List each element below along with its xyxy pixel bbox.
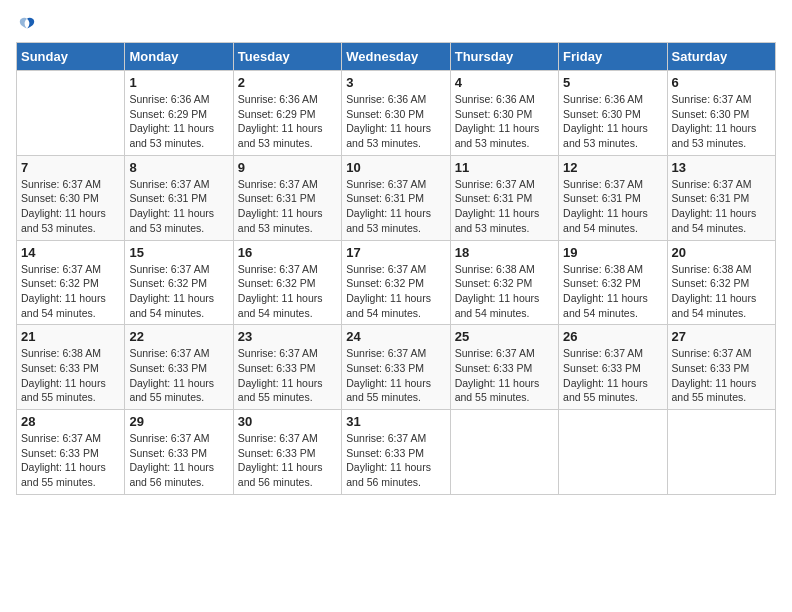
day-number: 31 — [346, 414, 445, 429]
calendar-cell: 1Sunrise: 6:36 AMSunset: 6:29 PMDaylight… — [125, 71, 233, 156]
day-detail: Sunrise: 6:37 AMSunset: 6:32 PMDaylight:… — [129, 262, 228, 321]
calendar-cell: 16Sunrise: 6:37 AMSunset: 6:32 PMDayligh… — [233, 240, 341, 325]
calendar-cell: 17Sunrise: 6:37 AMSunset: 6:32 PMDayligh… — [342, 240, 450, 325]
header-saturday: Saturday — [667, 43, 775, 71]
header-sunday: Sunday — [17, 43, 125, 71]
calendar-cell: 29Sunrise: 6:37 AMSunset: 6:33 PMDayligh… — [125, 410, 233, 495]
calendar-cell: 18Sunrise: 6:38 AMSunset: 6:32 PMDayligh… — [450, 240, 558, 325]
calendar-header-row: SundayMondayTuesdayWednesdayThursdayFrid… — [17, 43, 776, 71]
day-detail: Sunrise: 6:38 AMSunset: 6:32 PMDaylight:… — [563, 262, 662, 321]
day-detail: Sunrise: 6:36 AMSunset: 6:29 PMDaylight:… — [129, 92, 228, 151]
calendar-cell: 19Sunrise: 6:38 AMSunset: 6:32 PMDayligh… — [559, 240, 667, 325]
logo — [16, 16, 36, 30]
day-number: 27 — [672, 329, 771, 344]
day-number: 29 — [129, 414, 228, 429]
calendar-cell: 23Sunrise: 6:37 AMSunset: 6:33 PMDayligh… — [233, 325, 341, 410]
day-number: 30 — [238, 414, 337, 429]
day-detail: Sunrise: 6:37 AMSunset: 6:33 PMDaylight:… — [672, 346, 771, 405]
calendar-cell: 22Sunrise: 6:37 AMSunset: 6:33 PMDayligh… — [125, 325, 233, 410]
day-number: 13 — [672, 160, 771, 175]
day-number: 19 — [563, 245, 662, 260]
header-friday: Friday — [559, 43, 667, 71]
day-number: 10 — [346, 160, 445, 175]
day-detail: Sunrise: 6:37 AMSunset: 6:32 PMDaylight:… — [346, 262, 445, 321]
day-number: 4 — [455, 75, 554, 90]
day-detail: Sunrise: 6:37 AMSunset: 6:33 PMDaylight:… — [129, 346, 228, 405]
day-detail: Sunrise: 6:38 AMSunset: 6:32 PMDaylight:… — [672, 262, 771, 321]
day-detail: Sunrise: 6:36 AMSunset: 6:29 PMDaylight:… — [238, 92, 337, 151]
day-number: 24 — [346, 329, 445, 344]
day-number: 17 — [346, 245, 445, 260]
day-detail: Sunrise: 6:37 AMSunset: 6:32 PMDaylight:… — [238, 262, 337, 321]
day-detail: Sunrise: 6:37 AMSunset: 6:31 PMDaylight:… — [672, 177, 771, 236]
calendar-cell: 12Sunrise: 6:37 AMSunset: 6:31 PMDayligh… — [559, 155, 667, 240]
day-detail: Sunrise: 6:37 AMSunset: 6:33 PMDaylight:… — [346, 346, 445, 405]
calendar-cell: 26Sunrise: 6:37 AMSunset: 6:33 PMDayligh… — [559, 325, 667, 410]
calendar-cell: 20Sunrise: 6:38 AMSunset: 6:32 PMDayligh… — [667, 240, 775, 325]
day-number: 20 — [672, 245, 771, 260]
header-tuesday: Tuesday — [233, 43, 341, 71]
day-number: 14 — [21, 245, 120, 260]
day-detail: Sunrise: 6:37 AMSunset: 6:33 PMDaylight:… — [238, 431, 337, 490]
calendar-table: SundayMondayTuesdayWednesdayThursdayFrid… — [16, 42, 776, 495]
calendar-cell: 13Sunrise: 6:37 AMSunset: 6:31 PMDayligh… — [667, 155, 775, 240]
day-detail: Sunrise: 6:36 AMSunset: 6:30 PMDaylight:… — [563, 92, 662, 151]
calendar-cell: 28Sunrise: 6:37 AMSunset: 6:33 PMDayligh… — [17, 410, 125, 495]
header-thursday: Thursday — [450, 43, 558, 71]
day-detail: Sunrise: 6:37 AMSunset: 6:31 PMDaylight:… — [563, 177, 662, 236]
logo-bird-icon — [18, 16, 36, 34]
calendar-cell — [559, 410, 667, 495]
day-detail: Sunrise: 6:37 AMSunset: 6:31 PMDaylight:… — [129, 177, 228, 236]
calendar-cell: 27Sunrise: 6:37 AMSunset: 6:33 PMDayligh… — [667, 325, 775, 410]
day-detail: Sunrise: 6:37 AMSunset: 6:31 PMDaylight:… — [455, 177, 554, 236]
week-row-2: 7Sunrise: 6:37 AMSunset: 6:30 PMDaylight… — [17, 155, 776, 240]
page-header — [16, 16, 776, 30]
day-detail: Sunrise: 6:38 AMSunset: 6:33 PMDaylight:… — [21, 346, 120, 405]
header-monday: Monday — [125, 43, 233, 71]
week-row-4: 21Sunrise: 6:38 AMSunset: 6:33 PMDayligh… — [17, 325, 776, 410]
day-number: 21 — [21, 329, 120, 344]
calendar-cell: 15Sunrise: 6:37 AMSunset: 6:32 PMDayligh… — [125, 240, 233, 325]
day-number: 5 — [563, 75, 662, 90]
day-detail: Sunrise: 6:37 AMSunset: 6:33 PMDaylight:… — [563, 346, 662, 405]
day-detail: Sunrise: 6:37 AMSunset: 6:33 PMDaylight:… — [455, 346, 554, 405]
day-number: 11 — [455, 160, 554, 175]
day-detail: Sunrise: 6:37 AMSunset: 6:33 PMDaylight:… — [346, 431, 445, 490]
calendar-cell: 21Sunrise: 6:38 AMSunset: 6:33 PMDayligh… — [17, 325, 125, 410]
calendar-cell: 4Sunrise: 6:36 AMSunset: 6:30 PMDaylight… — [450, 71, 558, 156]
day-number: 16 — [238, 245, 337, 260]
calendar-cell — [667, 410, 775, 495]
calendar-cell: 31Sunrise: 6:37 AMSunset: 6:33 PMDayligh… — [342, 410, 450, 495]
day-number: 2 — [238, 75, 337, 90]
day-detail: Sunrise: 6:37 AMSunset: 6:32 PMDaylight:… — [21, 262, 120, 321]
day-number: 6 — [672, 75, 771, 90]
day-number: 1 — [129, 75, 228, 90]
day-detail: Sunrise: 6:37 AMSunset: 6:33 PMDaylight:… — [21, 431, 120, 490]
day-detail: Sunrise: 6:37 AMSunset: 6:31 PMDaylight:… — [346, 177, 445, 236]
day-number: 25 — [455, 329, 554, 344]
day-number: 12 — [563, 160, 662, 175]
day-detail: Sunrise: 6:37 AMSunset: 6:31 PMDaylight:… — [238, 177, 337, 236]
day-number: 28 — [21, 414, 120, 429]
calendar-cell: 25Sunrise: 6:37 AMSunset: 6:33 PMDayligh… — [450, 325, 558, 410]
day-detail: Sunrise: 6:36 AMSunset: 6:30 PMDaylight:… — [346, 92, 445, 151]
calendar-cell: 24Sunrise: 6:37 AMSunset: 6:33 PMDayligh… — [342, 325, 450, 410]
calendar-cell — [450, 410, 558, 495]
calendar-cell: 2Sunrise: 6:36 AMSunset: 6:29 PMDaylight… — [233, 71, 341, 156]
calendar-cell: 9Sunrise: 6:37 AMSunset: 6:31 PMDaylight… — [233, 155, 341, 240]
day-detail: Sunrise: 6:36 AMSunset: 6:30 PMDaylight:… — [455, 92, 554, 151]
calendar-cell: 10Sunrise: 6:37 AMSunset: 6:31 PMDayligh… — [342, 155, 450, 240]
day-number: 8 — [129, 160, 228, 175]
week-row-5: 28Sunrise: 6:37 AMSunset: 6:33 PMDayligh… — [17, 410, 776, 495]
day-detail: Sunrise: 6:37 AMSunset: 6:33 PMDaylight:… — [129, 431, 228, 490]
calendar-cell — [17, 71, 125, 156]
day-number: 9 — [238, 160, 337, 175]
day-number: 23 — [238, 329, 337, 344]
day-number: 18 — [455, 245, 554, 260]
calendar-cell: 5Sunrise: 6:36 AMSunset: 6:30 PMDaylight… — [559, 71, 667, 156]
day-detail: Sunrise: 6:37 AMSunset: 6:33 PMDaylight:… — [238, 346, 337, 405]
calendar-cell: 7Sunrise: 6:37 AMSunset: 6:30 PMDaylight… — [17, 155, 125, 240]
day-number: 15 — [129, 245, 228, 260]
calendar-cell: 30Sunrise: 6:37 AMSunset: 6:33 PMDayligh… — [233, 410, 341, 495]
calendar-cell: 14Sunrise: 6:37 AMSunset: 6:32 PMDayligh… — [17, 240, 125, 325]
